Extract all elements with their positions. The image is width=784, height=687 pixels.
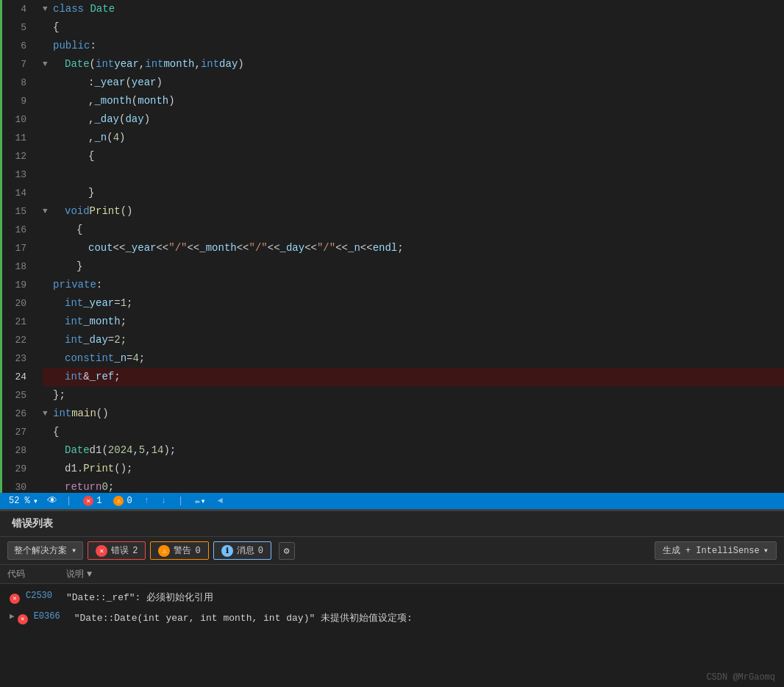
code-line-11: ,_n(4) [43,129,784,147]
ln-17: 17 [6,239,26,257]
error-row-c2530[interactable]: ✕ C2530 "Date::_ref": 必须初始化引用 [0,587,784,608]
error-desc-c2530: "Date::_ref": 必须初始化引用 [66,591,777,604]
scope-dropdown[interactable]: 整个解决方案 ▾ [7,541,83,560]
ln-4: 4 [6,0,26,18]
code-line-19: private: [43,276,784,294]
modified-indicator [0,0,2,493]
code-line-7: ▼ Date(int year, int month, int day) [43,55,784,74]
code-line-18: } [43,257,784,276]
expand-arrow-e0366[interactable]: ▶ [10,611,15,621]
code-line-10: , _day(day) [43,110,784,129]
error-row-icon-c2530: ✕ [10,592,20,604]
filter-icon-button[interactable]: ⚙ [279,542,295,560]
ln-25: 25 [6,386,26,405]
code-line-22: int _day=2; [43,331,784,349]
status-bar: 52 % ▾ 👁 | ✕ 1 ⚠ 0 ↑ ↓ | ✏▾ ◄ [0,493,784,509]
code-line-8: :_year(year) [43,74,784,92]
ln-14: 14 [6,184,26,202]
col-header-code: 代码 [7,568,66,580]
build-dropdown-icon: ▾ [763,545,769,556]
ln-29: 29 [6,460,26,478]
info-filter-button[interactable]: ℹ 消息 0 [213,541,271,560]
ln-24: 24 [6,368,26,386]
error-panel-toolbar: 整个解决方案 ▾ ✕ 错误 2 ⚠ 警告 0 ℹ 消息 0 ⚙ 生成 + Int… [0,537,784,565]
code-line-25: }; [43,386,784,405]
error-row-e0366[interactable]: ▶ ✕ E0366 "Date::Date(int year, int mont… [0,608,784,628]
ln-28: 28 [6,441,26,460]
error-rows: ✕ C2530 "Date::_ref": 必须初始化引用 ▶ ✕ E0366 … [0,584,784,631]
ln-6: 6 [6,37,26,55]
ln-18: 18 [6,257,26,276]
fold-icon-26[interactable]: ▼ [43,405,53,423]
warning-filter-label: 警告 [174,544,191,557]
ln-23: 23 [6,349,26,368]
scope-label: 整个解决方案 [14,544,67,557]
code-line-24: int& _ref; [43,368,784,386]
warning-count-status[interactable]: ⚠ 0 [110,496,135,506]
code-line-14: } [43,184,784,202]
fold-icon-7[interactable]: ▼ [43,55,53,74]
code-line-5: { [43,18,784,37]
ln-30: 30 [6,478,26,493]
info-filter-count: 0 [258,546,263,556]
code-line-29: d1.Print(); [43,460,784,478]
code-editor[interactable]: 4 5 6 7 8 9 10 11 12 13 14 15 16 17 18 1… [0,0,784,493]
fold-icon-15[interactable]: ▼ [43,202,53,221]
error-icon-status: ✕ [83,496,93,506]
ln-26: 26 [6,405,26,423]
code-line-21: int _month; [43,313,784,331]
error-filter-button[interactable]: ✕ 错误 2 [88,541,146,560]
build-intellisense-button[interactable]: 生成 + IntelliSense ▾ [655,541,777,560]
error-list-panel: 错误列表 整个解决方案 ▾ ✕ 错误 2 ⚠ 警告 0 ℹ 消息 0 ⚙ [0,511,784,687]
zoom-dropdown-icon: ▾ [33,496,38,507]
error-list-headers: 代码 说明 ▼ [0,565,784,584]
ln-20: 20 [6,294,26,313]
pencil-icon: ✏▾ [195,496,205,507]
zoom-level[interactable]: 52 % ▾ [6,496,41,507]
ln-10: 10 [6,110,26,129]
line-numbers: 4 5 6 7 8 9 10 11 12 13 14 15 16 17 18 1… [0,0,35,493]
warning-icon-status: ⚠ [113,496,124,506]
error-filter-label: 错误 [111,544,129,557]
zoom-value: 52 % [9,496,30,506]
pencil-tool[interactable]: ✏▾ [192,496,208,507]
filter-icon: ⚙ [284,545,290,557]
ln-12: 12 [6,147,26,165]
ln-21: 21 [6,313,26,331]
fold-icon-4[interactable]: ▼ [43,0,53,18]
warning-num-status: 0 [126,496,132,506]
code-line-12: { [43,147,784,165]
ln-7: 7 [6,55,26,74]
error-code-e0366: E0366 [34,611,74,622]
code-line-16: { [43,221,784,239]
error-count-status[interactable]: ✕ 1 [80,496,104,506]
code-line-30: return 0; [43,478,784,493]
ln-27: 27 [6,423,26,441]
code-line-13 [43,165,784,184]
code-line-26: ▼ int main() [43,405,784,423]
code-line-17: cout << _year << "/" << _month << "/" <<… [43,239,784,257]
warning-filter-button[interactable]: ⚠ 警告 0 [150,541,208,560]
error-row-icon-e0366: ✕ [18,613,28,624]
warning-filter-count: 0 [195,546,200,556]
ln-16: 16 [6,221,26,239]
sort-desc-icon: ▼ [87,569,92,580]
ln-19: 19 [6,276,26,294]
error-filter-count: 2 [132,546,138,556]
error-code-c2530: C2530 [26,591,66,601]
warning-badge-icon: ⚠ [158,545,170,557]
build-label: 生成 + IntelliSense [663,544,760,557]
code-line-23: const int _n=4; [43,349,784,368]
col-header-desc[interactable]: 说明 ▼ [66,568,777,580]
info-filter-label: 消息 [237,544,254,557]
ln-9: 9 [6,92,26,110]
watermark: CSDN @MrGaomq [706,672,775,683]
ln-15: 15 [6,202,26,221]
code-line-9: ,_month(month) [43,92,784,110]
code-lines[interactable]: ▼ class Date { public: ▼ Date(int year, … [35,0,784,493]
code-line-4: ▼ class Date [43,0,784,18]
ln-11: 11 [6,129,26,147]
ln-5: 5 [6,18,26,37]
error-panel-title: 错误列表 [0,511,784,537]
ln-13: 13 [6,165,26,184]
